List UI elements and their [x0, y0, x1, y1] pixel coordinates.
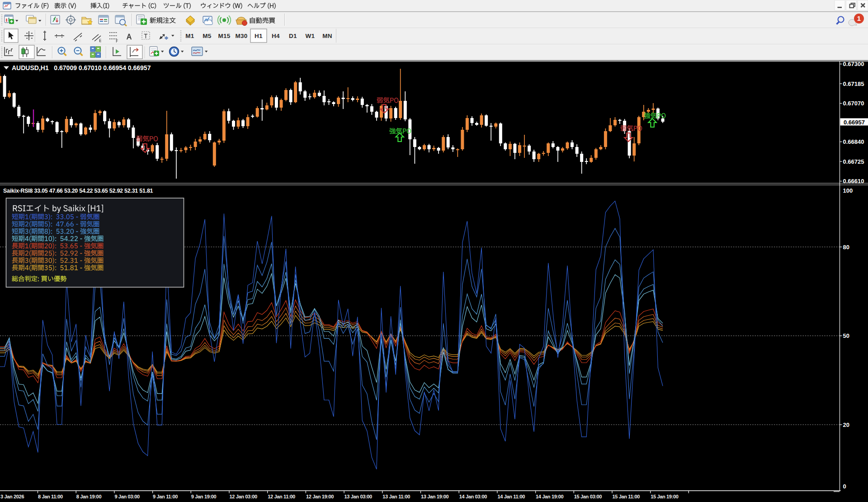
svg-text:12 Jan 03:00: 12 Jan 03:00 — [230, 494, 257, 499]
svg-text:14 Jan 03:00: 14 Jan 03:00 — [459, 494, 487, 499]
svg-text:12 Jan 11:00: 12 Jan 11:00 — [268, 494, 295, 499]
svg-text:13 Jan 03:00: 13 Jan 03:00 — [344, 494, 372, 499]
svg-text:H1: H1 — [255, 33, 263, 39]
svg-text:15 Jan 03:00: 15 Jan 03:00 — [574, 494, 602, 499]
svg-text:0.66610: 0.66610 — [843, 178, 864, 185]
svg-text:M1: M1 — [185, 33, 194, 39]
svg-text:0.66957: 0.66957 — [844, 119, 865, 126]
svg-text:0.67300: 0.67300 — [843, 61, 864, 67]
svg-text:20: 20 — [843, 421, 849, 428]
svg-text:Saikix-RSI8 33.05 47.66 53.20: Saikix-RSI8 33.05 47.66 53.20 54.22 53.6… — [3, 188, 153, 194]
svg-text:0.67070: 0.67070 — [843, 100, 864, 107]
svg-text:M5: M5 — [203, 33, 212, 39]
svg-text:100: 100 — [843, 187, 853, 194]
svg-text:W1: W1 — [306, 33, 315, 39]
svg-text:80: 80 — [843, 244, 849, 251]
svg-text:0: 0 — [843, 483, 846, 490]
svg-text:15 Jan 11:00: 15 Jan 11:00 — [613, 494, 640, 499]
svg-text:D1: D1 — [289, 33, 297, 39]
svg-text:9 Jan 03:00: 9 Jan 03:00 — [114, 494, 140, 499]
svg-text:14 Jan 19:00: 14 Jan 19:00 — [536, 494, 563, 499]
svg-text:0.66840: 0.66840 — [843, 138, 864, 145]
svg-text:8 Jan 11:00: 8 Jan 11:00 — [38, 494, 63, 499]
svg-text:0.66725: 0.66725 — [843, 158, 864, 165]
svg-text:M30: M30 — [235, 33, 247, 39]
svg-text:15 Jan 19:00: 15 Jan 19:00 — [651, 494, 678, 499]
svg-text:9 Jan 11:00: 9 Jan 11:00 — [153, 494, 178, 499]
svg-text:H4: H4 — [272, 33, 280, 39]
svg-text:3 Jan 2026: 3 Jan 2026 — [0, 494, 24, 499]
svg-text:12 Jan 19:00: 12 Jan 19:00 — [306, 494, 334, 499]
svg-text:13 Jan 11:00: 13 Jan 11:00 — [382, 494, 410, 499]
svg-text:13 Jan 19:00: 13 Jan 19:00 — [421, 494, 448, 499]
svg-text:9 Jan 19:00: 9 Jan 19:00 — [191, 494, 217, 499]
svg-text:8 Jan 19:00: 8 Jan 19:00 — [76, 494, 102, 499]
svg-text:AUDUSD,H1 0.67009 0.67010 0.: AUDUSD,H1 0.67009 0.67010 0.66954 0.6695… — [12, 64, 151, 71]
svg-text:0.67185: 0.67185 — [843, 81, 864, 87]
svg-text:MN: MN — [322, 33, 332, 39]
svg-text:M15: M15 — [218, 33, 230, 39]
svg-text:14 Jan 11:00: 14 Jan 11:00 — [497, 494, 525, 499]
svg-text:1: 1 — [857, 14, 861, 22]
svg-text:50: 50 — [843, 332, 849, 339]
